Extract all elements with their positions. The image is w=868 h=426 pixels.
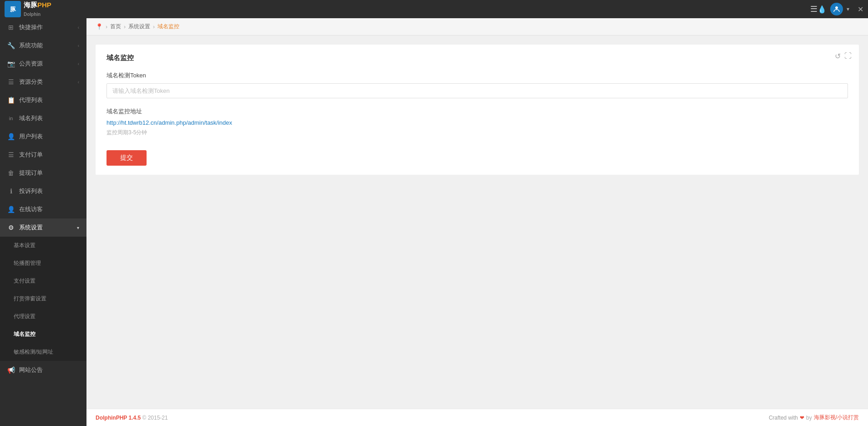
- sidebar-item-quick-ops[interactable]: ⊞ 快捷操作 ‹: [0, 18, 86, 36]
- res-category-icon: ☰: [7, 78, 15, 86]
- sidebar-item-online-visitor[interactable]: 👤 在线访客: [0, 200, 86, 218]
- sub-item-sensitive[interactable]: 敏感检测/短网址: [0, 343, 86, 361]
- announcement-icon: 📢: [7, 366, 15, 374]
- breadcrumb-current: 域名监控: [157, 23, 179, 30]
- close-window-icon[interactable]: ✕: [858, 5, 863, 14]
- sys-settings-arrow: ▾: [77, 225, 79, 230]
- menu-toggle-icon[interactable]: ☰: [810, 4, 817, 14]
- card-title: 域名监控: [107, 54, 848, 62]
- sidebar-item-sys-func[interactable]: 🔧 系统功能 ‹: [0, 36, 86, 55]
- sidebar-item-withdraw[interactable]: 🗑 提现订单: [0, 164, 86, 182]
- sidebar-item-announcement[interactable]: 📢 网站公告: [0, 361, 86, 379]
- refresh-icon[interactable]: ↺: [835, 52, 841, 61]
- footer-version-area: DolphinPHP 1.4.5 © 2015-21: [96, 415, 168, 421]
- card-actions: ↺ ⛶: [835, 52, 852, 61]
- sub-item-proxy[interactable]: 代理设置: [0, 308, 86, 325]
- sidebar: ⊞ 快捷操作 ‹ 🔧 系统功能 ‹ 📷 公共资源 ‹ ☰ 资源分类 ‹: [0, 18, 86, 426]
- proxy-list-icon: 📋: [7, 96, 15, 104]
- logo-icon: 豚: [5, 1, 21, 17]
- token-section: 域名检测Token: [107, 71, 848, 98]
- res-category-arrow: ‹: [78, 80, 79, 85]
- breadcrumb-home[interactable]: 首页: [110, 23, 121, 30]
- dropdown-arrow-icon[interactable]: ▾: [847, 6, 849, 12]
- sub-item-domain-monitor[interactable]: 域名监控: [0, 325, 86, 343]
- sidebar-item-public-res[interactable]: 📷 公共资源 ‹: [0, 55, 86, 73]
- domain-monitor-card: 域名监控 ↺ ⛶ 域名检测Token 域名监控地址 http://ht.tdwr…: [96, 45, 859, 175]
- footer-copyright: © 2015-21: [142, 415, 168, 421]
- sys-func-arrow: ‹: [78, 43, 79, 48]
- public-res-arrow: ‹: [78, 61, 79, 66]
- sidebar-item-proxy-list[interactable]: 📋 代理列表: [0, 91, 86, 109]
- footer-version: DolphinPHP 1.4.5: [96, 415, 141, 421]
- sidebar-item-res-category[interactable]: ☰ 资源分类 ‹: [0, 73, 86, 91]
- logo: 豚 海豚PHP Dolphin: [5, 1, 806, 18]
- svg-text:豚: 豚: [10, 6, 16, 13]
- url-section: 域名监控地址 http://ht.tdwrb12.cn/admin.php/ad…: [107, 107, 848, 137]
- sub-item-popup[interactable]: 打赏弹窗设置: [0, 290, 86, 308]
- pay-order-icon: ☰: [7, 151, 15, 158]
- settings-submenu: 基本设置 轮播图管理 支付设置 打赏弹窗设置 代理设置 域名监控 敏感检测/短网…: [0, 237, 86, 361]
- water-drop-icon: 💧: [817, 5, 827, 14]
- sidebar-item-user-list[interactable]: 👤 用户列表: [0, 127, 86, 146]
- logo-text: 海豚PHP Dolphin: [24, 1, 51, 18]
- user-list-icon: 👤: [7, 133, 15, 140]
- expand-icon[interactable]: ⛶: [844, 52, 852, 61]
- footer-by: by: [806, 415, 812, 421]
- online-visitor-icon: 👤: [7, 206, 15, 213]
- public-res-icon: 📷: [7, 60, 15, 67]
- sidebar-item-domain-list[interactable]: in 域名列表: [0, 109, 86, 127]
- sidebar-item-complaint[interactable]: ℹ 投诉列表: [0, 182, 86, 200]
- location-icon: 📍: [96, 23, 103, 30]
- sidebar-item-pay-order[interactable]: ☰ 支付订单: [0, 146, 86, 164]
- content-area: 📍 › 首页 › 系统设置 › 域名监控 域名监控 ↺ ⛶ 域名检测Token: [86, 18, 868, 426]
- main-content: 域名监控 ↺ ⛶ 域名检测Token 域名监控地址 http://ht.tdwr…: [86, 36, 868, 409]
- domain-list-icon: in: [7, 116, 15, 121]
- sub-item-banner[interactable]: 轮播图管理: [0, 254, 86, 272]
- withdraw-icon: 🗑: [7, 169, 15, 177]
- heart-icon: ❤: [800, 415, 804, 421]
- sub-item-pay[interactable]: 支付设置: [0, 272, 86, 290]
- sidebar-item-sys-settings[interactable]: ⚙ 系统设置 ▾: [0, 218, 86, 237]
- header: 豚 海豚PHP Dolphin ☰ 💧 ▾ ✕: [0, 0, 868, 18]
- monitor-hint: 监控周期3-5分钟: [107, 129, 848, 137]
- header-right: 💧 ▾ ✕: [817, 3, 863, 15]
- sub-item-basic[interactable]: 基本设置: [0, 237, 86, 254]
- monitor-url-link[interactable]: http://ht.tdwrb12.cn/admin.php/admin/tas…: [107, 119, 848, 126]
- main-layout: ⊞ 快捷操作 ‹ 🔧 系统功能 ‹ 📷 公共资源 ‹ ☰ 资源分类 ‹: [0, 18, 868, 426]
- footer: DolphinPHP 1.4.5 © 2015-21 Crafted with …: [86, 409, 868, 426]
- sys-settings-icon: ⚙: [7, 224, 15, 231]
- complaint-icon: ℹ: [7, 188, 15, 195]
- token-label: 域名检测Token: [107, 71, 848, 80]
- token-input[interactable]: [107, 83, 848, 98]
- quick-ops-icon: ⊞: [7, 24, 15, 31]
- user-avatar[interactable]: [830, 3, 843, 15]
- quick-ops-arrow: ‹: [78, 25, 79, 30]
- sys-func-icon: 🔧: [7, 42, 15, 49]
- breadcrumb: 📍 › 首页 › 系统设置 › 域名监控: [86, 18, 868, 36]
- footer-crafted: Crafted with ❤ by 海豚影视/小说打赏: [769, 414, 859, 421]
- submit-button[interactable]: 提交: [107, 150, 147, 166]
- crafted-text: Crafted with: [769, 415, 798, 421]
- breadcrumb-settings[interactable]: 系统设置: [128, 23, 150, 30]
- url-label: 域名监控地址: [107, 107, 848, 116]
- footer-authors: 海豚影视/小说打赏: [814, 414, 859, 421]
